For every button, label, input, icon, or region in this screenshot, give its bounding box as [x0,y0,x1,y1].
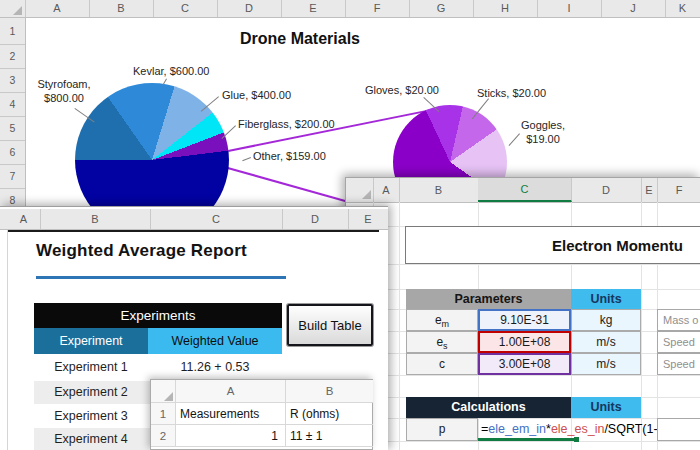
bg-row-header-2[interactable]: 2 [0,44,25,69]
bg-col-header-a[interactable]: A [25,0,90,17]
fill-handle[interactable] [574,437,579,442]
r-col-header-b[interactable]: B [399,178,479,202]
label-fiberglass: Fiberglass, $200.00 [238,118,335,130]
param-value-c[interactable]: 3.00E+08 [478,353,571,375]
mini-row-header-2[interactable]: 2 [151,425,176,447]
l-col-header-a[interactable]: A [7,209,41,229]
param-unit-c[interactable]: m/s [571,353,641,375]
label-gloves: Gloves, $20.00 [365,84,439,96]
screenshot-root: A B C D E F G H I J K 1 2 3 4 5 6 7 8 Dr… [0,0,700,450]
mini-cell-b1[interactable]: R (ohms) [286,403,373,425]
bg-col-header-c[interactable]: C [153,0,218,17]
chart-title: Drone Materials [150,30,450,48]
bg-row-header-5[interactable]: 5 [0,116,25,141]
l-col-header-d[interactable]: D [282,209,349,229]
sym-sub: s [443,341,448,351]
calculations-units-header-cell[interactable]: Units [571,397,641,418]
r-col-header-e[interactable]: E [641,178,658,202]
label-glue: Glue, $400.00 [222,89,291,101]
bg-col-header-h[interactable]: H [473,0,538,17]
param-unit-em[interactable]: kg [571,309,641,331]
gridline [353,441,700,442]
sym-base: c [439,357,445,371]
mini-cell-a2[interactable]: 1 [176,425,286,447]
r-col-header-f[interactable]: F [657,178,700,202]
gridline [353,375,700,376]
report-top-border [7,230,379,232]
weighted-value-column-header[interactable]: Weighted Value [148,328,282,354]
bg-column-header-strip: A B C D E F G H I J K [0,0,700,18]
experiment-row-3-name[interactable]: Experiment 3 [34,404,148,428]
param-symbol-em[interactable]: em [406,309,478,331]
experiment-row-1-value[interactable]: 11.26 + 0.53 [148,354,282,381]
select-all-triangle-icon [13,6,22,15]
calc-note-empty[interactable] [657,418,700,441]
formula-token: /SQRT(1- [604,422,657,436]
experiment-row-1-name[interactable]: Experiment 1 [34,354,148,381]
measurements-mini-sheet: A B 1 Measurements R (ohms) 2 1 11 ± 1 [150,379,373,450]
experiments-table-header[interactable]: Experiments [34,303,282,328]
param-symbol-c[interactable]: c [406,353,478,375]
l-col-header-e[interactable]: E [348,209,388,229]
r-select-all-triangle-icon [362,190,371,199]
r-column-header-strip: A B C D E F [346,178,700,203]
sym-sub: m [442,319,450,329]
l-col-header-c[interactable]: C [150,209,283,229]
experiment-row-2-name: Experiment 2 [34,381,148,404]
electron-momentum-window: A B C D E F Electron Momentu Parameters … [345,177,700,450]
sym-base: e [435,313,442,327]
active-cell-green-border [478,438,574,441]
bg-row-header-6[interactable]: 6 [0,140,25,165]
r-col-header-c-selected[interactable]: C [478,178,572,202]
label-styrofoam: Styrofoam, $800.00 [22,78,106,106]
r-col-header-d[interactable]: D [571,178,642,202]
r-col-header-a[interactable]: A [373,178,400,202]
calculations-header-cell[interactable]: Calculations [406,397,571,418]
leader-other [242,157,251,161]
label-kevlar: Kevlar, $600.00 [133,65,209,77]
mini-cell-a1[interactable]: Measurements [176,403,286,425]
gridline [399,202,400,450]
parameters-header-cell[interactable]: Parameters [406,289,571,309]
build-table-button[interactable]: Build Table [287,304,373,346]
l-col-header-b[interactable]: B [40,209,151,229]
experiment-column-header[interactable]: Experiment [34,328,148,354]
mini-select-all-triangle-icon [164,392,173,401]
sheet-title-cell[interactable]: Electron Momentu [405,226,700,264]
param-note-es[interactable]: Speed [657,331,700,353]
bg-col-header-e[interactable]: E [281,0,346,17]
report-left-border [7,230,8,450]
param-symbol-es[interactable]: es [406,331,478,353]
parameters-units-header-cell[interactable]: Units [571,289,641,309]
bg-col-header-i[interactable]: I [537,0,602,17]
param-note-c[interactable]: Speed [657,353,700,375]
bg-col-header-k[interactable]: K [665,0,700,17]
r-select-all-corner[interactable] [351,178,374,202]
bg-col-header-g[interactable]: G [409,0,474,17]
gridline [353,264,700,265]
bg-col-header-d[interactable]: D [217,0,282,17]
param-value-es[interactable]: 1.00E+08 [478,331,571,353]
mini-col-header-a[interactable]: A [176,380,286,403]
mini-cell-b2[interactable]: 11 ± 1 [286,425,373,447]
calc-symbol-p[interactable]: p [406,418,478,441]
param-note-em[interactable]: Mass o [657,309,700,331]
select-all-corner[interactable] [0,0,26,17]
mini-col-header-b[interactable]: B [286,380,373,403]
label-goggles: Goggles, $19.00 [512,119,574,147]
bg-row-header-7[interactable]: 7 [0,164,25,189]
bg-row-header-1[interactable]: 1 [0,18,25,45]
pie-connector-line-bottom [228,167,346,201]
bg-col-header-f[interactable]: F [345,0,410,17]
formula-token: ele_em_in [488,422,546,436]
mini-select-all-corner[interactable] [151,380,176,403]
report-title-underline [36,276,286,279]
label-other: Other, $159.00 [253,150,326,162]
formula-token: ele_es_in [551,422,605,436]
experiment-row-4-name: Experiment 4 [34,428,148,450]
bg-col-header-j[interactable]: J [601,0,666,17]
param-value-em[interactable]: 9.10E-31 [478,309,571,331]
param-unit-es[interactable]: m/s [571,331,641,353]
bg-col-header-b[interactable]: B [89,0,154,17]
mini-row-header-1[interactable]: 1 [151,403,176,425]
